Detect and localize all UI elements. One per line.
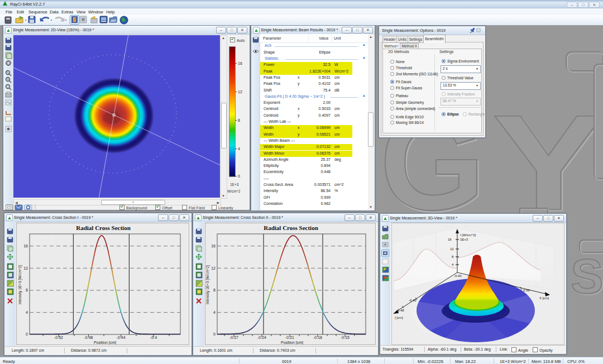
- svg-text:12: 12: [450, 247, 454, 251]
- svg-text:0: 0: [26, 332, 28, 336]
- svg-text:4: 4: [238, 147, 240, 151]
- svg-text:-0.24: -0.24: [257, 336, 266, 339]
- svg-text:-0.27: -0.27: [229, 336, 238, 339]
- svg-text:Radial Cross Section: Radial Cross Section: [76, 224, 131, 231]
- svg-text:Num: 0.77 nm: Num: 0.77 nm: [221, 245, 242, 248]
- svg-text:0.56: 0.56: [523, 289, 530, 292]
- svg-text:I [W/cm^2]: I [W/cm^2]: [460, 233, 476, 237]
- svg-text:-0.48: -0.48: [84, 336, 93, 339]
- svg-text:4: 4: [26, 310, 28, 314]
- svg-text:Pos: -0.02 nm: Pos: -0.02 nm: [221, 241, 242, 244]
- svg-text:16: 16: [211, 244, 216, 248]
- svg-text:Position [cm]: Position [cm]: [281, 341, 303, 344]
- svg-text:Gap: 4.08 nm: Gap: 4.08 nm: [34, 236, 54, 240]
- svg-text:12: 12: [211, 266, 216, 270]
- svg-text:0: 0: [238, 174, 240, 178]
- svg-text:8: 8: [213, 288, 216, 292]
- svg-text:-0.4: -0.4: [150, 336, 157, 339]
- svg-text:Num: 0.77 nm: Num: 0.77 nm: [34, 245, 55, 248]
- svg-text:-0.44: -0.44: [117, 336, 126, 339]
- svg-text:Gap: 4.08 nm: Gap: 4.08 nm: [221, 236, 241, 240]
- svg-text:Intensity 1E+3 [W/cm^2]: Intensity 1E+3 [W/cm^2]: [205, 265, 210, 304]
- svg-text:16: 16: [23, 244, 28, 248]
- svg-text:X [cm]: X [cm]: [539, 296, 549, 300]
- svg-text:] [cm]: ] [cm]: [395, 316, 403, 319]
- svg-text:-0.52: -0.52: [54, 336, 63, 339]
- svg-text:S: S: [571, 248, 603, 304]
- svg-text:Radial Cross Section: Radial Cross Section: [264, 224, 318, 231]
- svg-text:16: 16: [238, 61, 242, 65]
- svg-text:-0.48: -0.48: [396, 309, 404, 312]
- svg-text:1E+3: 1E+3: [460, 238, 468, 241]
- svg-text:Pos: -0.02 nm: Pos: -0.02 nm: [34, 241, 54, 244]
- svg-text:12: 12: [23, 266, 28, 270]
- svg-text:-0.15: -0.15: [341, 336, 350, 339]
- svg-text:-0.18: -0.18: [313, 336, 322, 339]
- svg-text:-0.21: -0.21: [285, 336, 294, 339]
- svg-text:-0.45: -0.45: [409, 299, 417, 302]
- svg-text:0: 0: [213, 332, 216, 336]
- svg-text:-0.00: -0.00: [454, 274, 462, 277]
- svg-text:Position [cm]: Position [cm]: [94, 341, 116, 344]
- svg-text:12: 12: [238, 90, 242, 94]
- svg-text:16: 16: [448, 238, 452, 241]
- svg-text:Intensity 1E+3 [W/cm^2]: Intensity 1E+3 [W/cm^2]: [18, 265, 22, 304]
- svg-text:4: 4: [213, 310, 216, 314]
- svg-text:8: 8: [26, 288, 28, 292]
- svg-text:8: 8: [238, 118, 240, 122]
